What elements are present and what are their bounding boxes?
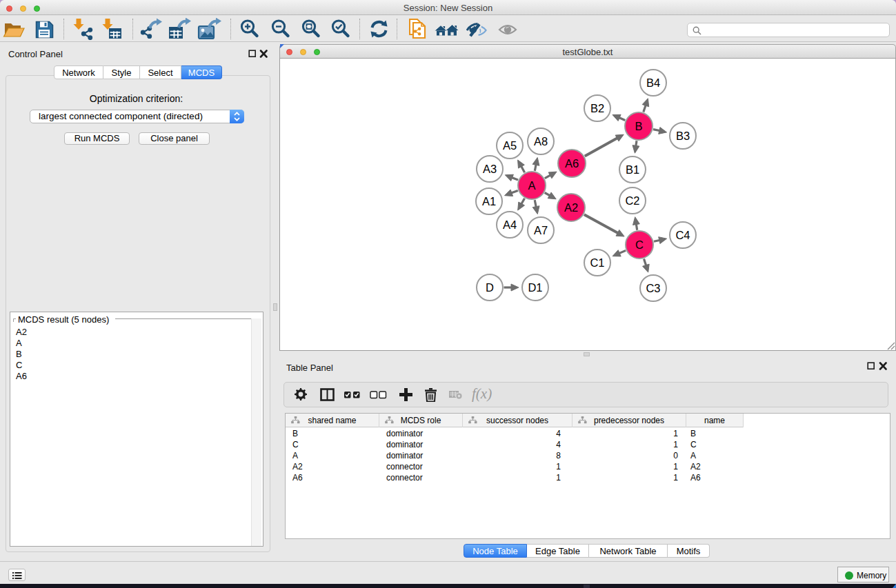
svg-text:A4: A4 (503, 219, 517, 231)
svg-text:A3: A3 (483, 163, 497, 175)
svg-text:B4: B4 (646, 77, 660, 89)
svg-text:A1: A1 (482, 195, 496, 207)
svg-text:C2: C2 (625, 194, 639, 207)
svg-text:A8: A8 (534, 135, 548, 148)
svg-text:C4: C4 (675, 229, 690, 241)
svg-text:A2: A2 (564, 201, 578, 214)
svg-text:C1: C1 (590, 256, 604, 269)
svg-text:A5: A5 (503, 139, 517, 152)
svg-text:B: B (635, 120, 642, 132)
svg-text:C: C (635, 239, 644, 251)
svg-text:B2: B2 (590, 102, 604, 114)
svg-text:D1: D1 (528, 281, 542, 294)
svg-text:C3: C3 (646, 282, 660, 294)
svg-text:A6: A6 (565, 157, 579, 170)
svg-text:A7: A7 (534, 224, 548, 236)
svg-text:B3: B3 (676, 130, 690, 142)
svg-text:B1: B1 (626, 163, 639, 176)
svg-text:D: D (486, 281, 494, 294)
svg-text:A: A (528, 179, 535, 192)
